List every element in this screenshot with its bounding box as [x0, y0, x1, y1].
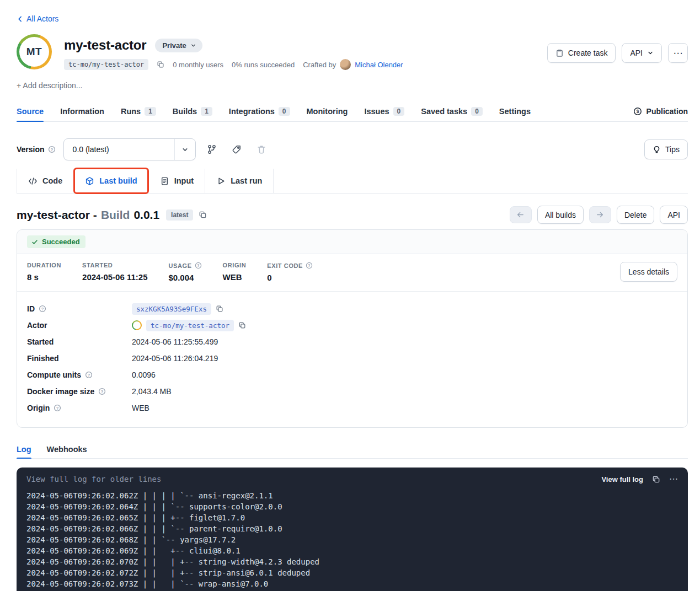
- copy-icon[interactable]: [652, 475, 660, 483]
- tab-saved-tasks[interactable]: Saved tasks0: [421, 101, 483, 121]
- log-line: 2024-05-06T09:26:02.062Z | | | | `-- ans…: [26, 490, 678, 501]
- detail-row-compute-units: Compute units ? 0.0096: [27, 367, 677, 383]
- copy-icon[interactable]: [199, 211, 207, 219]
- all-builds-label: All builds: [545, 211, 576, 219]
- copy-icon[interactable]: [238, 321, 246, 329]
- detail-row-started: Started 2024-05-06 11:25:55.499: [27, 334, 677, 350]
- detail-row-actor: Actor tc-mo/my-test-actor: [27, 317, 677, 334]
- actor-avatar: MT: [17, 34, 52, 69]
- author-link[interactable]: Michał Olender: [355, 61, 403, 69]
- stat-duration: DURATION 8 s: [27, 262, 61, 282]
- copy-icon[interactable]: [216, 305, 223, 313]
- visibility-label: Private: [162, 41, 186, 50]
- tag-icon[interactable]: [232, 144, 242, 154]
- tab-information[interactable]: Information: [60, 101, 104, 121]
- actor-avatar-initials: MT: [19, 37, 49, 67]
- runs-succeeded-stat: 0% runs succeeded: [232, 61, 295, 69]
- publication-link[interactable]: $ Publication: [633, 101, 688, 121]
- version-select[interactable]: 0.0 (latest): [63, 138, 196, 160]
- previous-build-button[interactable]: [510, 206, 532, 223]
- tab-label: Webhooks: [47, 445, 87, 454]
- older-lines-hint[interactable]: View full log for older lines: [26, 475, 161, 483]
- actor-slug-badge: tc-mo/my-test-actor: [64, 59, 148, 70]
- tab-monitoring[interactable]: Monitoring: [307, 101, 348, 121]
- box-icon: [85, 176, 94, 186]
- api-button[interactable]: API: [622, 43, 662, 63]
- help-icon[interactable]: ?: [54, 404, 61, 412]
- detail-row-origin: Origin ? WEB: [27, 400, 677, 416]
- tab-webhooks[interactable]: Webhooks: [47, 440, 87, 458]
- view-full-log-link[interactable]: View full log: [601, 475, 643, 483]
- build-subtabs: Code Last build Input Last run: [17, 169, 688, 194]
- tab-label: Settings: [499, 107, 531, 116]
- help-icon[interactable]: ?: [195, 262, 202, 269]
- dollar-circle-icon: $: [633, 107, 642, 116]
- copy-icon[interactable]: [157, 61, 164, 68]
- chevron-left-icon: [17, 15, 24, 23]
- log-lines[interactable]: 2024-05-06T09:26:02.062Z | | | | `-- ans…: [17, 488, 688, 591]
- tab-builds[interactable]: Builds1: [173, 101, 212, 121]
- subtab-last-build[interactable]: Last build: [73, 169, 148, 193]
- help-icon[interactable]: ?: [306, 262, 313, 269]
- next-build-button[interactable]: [589, 206, 611, 223]
- actor-link-badge[interactable]: tc-mo/my-test-actor: [146, 320, 234, 331]
- code-icon: [28, 176, 38, 186]
- svg-text:?: ?: [41, 307, 44, 311]
- less-details-button[interactable]: Less details: [620, 262, 677, 282]
- log-line: 2024-05-06T09:26:02.065Z | | | +-- figle…: [26, 512, 678, 523]
- tab-count-badge: 0: [279, 107, 290, 116]
- help-icon[interactable]: ?: [48, 146, 56, 153]
- more-actions-button[interactable]: ⋯: [668, 43, 688, 63]
- subtab-code[interactable]: Code: [17, 169, 73, 193]
- tab-label: Issues: [364, 107, 389, 116]
- tab-issues[interactable]: Issues0: [364, 101, 404, 121]
- add-description-link[interactable]: + Add description...: [17, 81, 82, 90]
- status-badge: Succeeded: [27, 235, 86, 248]
- log-more-icon[interactable]: ⋯: [669, 475, 678, 483]
- tab-source[interactable]: Source: [17, 101, 44, 121]
- svg-text:?: ?: [101, 389, 104, 394]
- tips-button[interactable]: Tips: [644, 139, 688, 159]
- help-icon[interactable]: ?: [39, 305, 46, 313]
- chevron-down-icon: [647, 50, 654, 56]
- build-card: Succeeded DURATION 8 s STARTED 2024-05-0…: [17, 229, 688, 428]
- version-label: Version: [17, 145, 45, 154]
- tab-integrations[interactable]: Integrations0: [229, 101, 290, 121]
- log-line: 2024-05-06T09:26:02.068Z | | `-- yargs@1…: [26, 534, 678, 545]
- page-title: my-test-actor: [64, 37, 146, 53]
- main-tabbar: Source Information Runs1 Builds1 Integra…: [17, 101, 688, 122]
- build-api-button[interactable]: API: [660, 206, 688, 224]
- tab-runs[interactable]: Runs1: [121, 101, 156, 121]
- breadcrumb[interactable]: All Actors: [17, 14, 58, 23]
- build-title: my-test-actor - Build 0.0.1: [17, 208, 159, 222]
- stat-started: STARTED 2024-05-06 11:25: [82, 262, 147, 282]
- trash-icon[interactable]: [257, 144, 266, 154]
- tab-log[interactable]: Log: [17, 440, 31, 458]
- subtab-input[interactable]: Input: [148, 169, 205, 193]
- create-task-label: Create task: [568, 49, 608, 57]
- delete-button[interactable]: Delete: [617, 206, 654, 224]
- subtab-last-run[interactable]: Last run: [205, 169, 274, 193]
- version-selected-value: 0.0 (latest): [73, 145, 109, 154]
- create-task-button[interactable]: Create task: [547, 43, 616, 63]
- tab-label: Information: [60, 107, 104, 116]
- help-icon[interactable]: ?: [98, 388, 106, 395]
- branch-icon[interactable]: [207, 144, 217, 154]
- delete-label: Delete: [624, 211, 646, 219]
- breadcrumb-label: All Actors: [26, 14, 58, 23]
- less-details-label: Less details: [628, 267, 669, 276]
- log-panel: View full log for older lines View full …: [17, 468, 688, 591]
- lightbulb-icon: [653, 146, 661, 154]
- tab-count-badge: 1: [201, 107, 212, 116]
- tab-count-badge: 0: [471, 107, 483, 116]
- help-icon[interactable]: ?: [85, 371, 93, 379]
- tab-settings[interactable]: Settings: [499, 101, 531, 121]
- stat-origin: ORIGIN WEB: [223, 262, 247, 282]
- tab-label: Builds: [173, 107, 197, 116]
- log-line: 2024-05-06T09:26:02.066Z | | | `-- paren…: [26, 523, 678, 534]
- tab-count-badge: 1: [145, 107, 156, 116]
- ellipsis-icon: ⋯: [674, 47, 683, 59]
- all-builds-button[interactable]: All builds: [537, 206, 584, 224]
- visibility-dropdown[interactable]: Private: [155, 39, 202, 52]
- tab-label: Log: [17, 445, 31, 454]
